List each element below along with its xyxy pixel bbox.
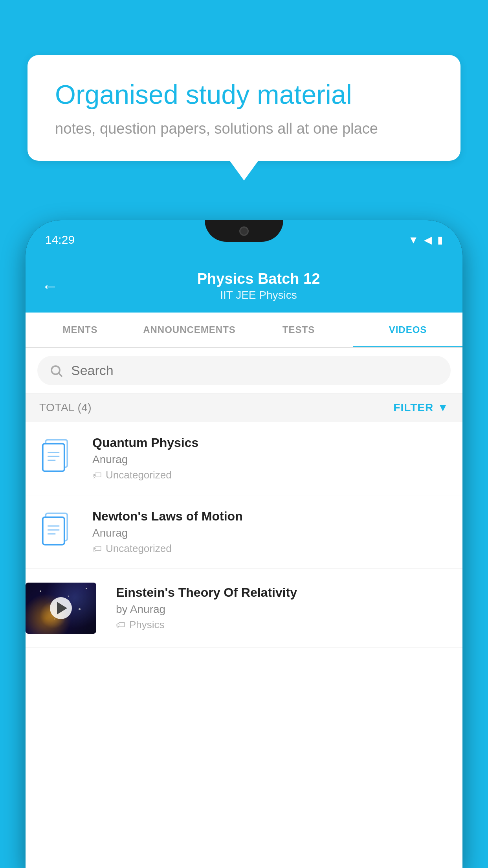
- status-icons: ▼ ◀ ▮: [408, 234, 443, 246]
- phone-notch: [205, 220, 283, 242]
- item-author-0: Anurag: [92, 453, 451, 466]
- play-button[interactable]: [50, 597, 72, 619]
- status-time: 14:29: [45, 233, 75, 246]
- total-bar: TOTAL (4) FILTER ▼: [26, 394, 462, 422]
- search-input[interactable]: [71, 363, 439, 378]
- batch-subtitle: IIT JEE Physics: [70, 289, 447, 302]
- back-button[interactable]: ←: [41, 276, 59, 296]
- svg-line-1: [59, 373, 62, 376]
- play-button-overlay[interactable]: [26, 583, 96, 634]
- item-author-2: by Anurag: [116, 603, 451, 616]
- list-item[interactable]: Einstein's Theory Of Relativity by Anura…: [26, 569, 462, 648]
- video-list: Quantum Physics Anurag 🏷 Uncategorized: [26, 422, 462, 648]
- tab-announcements[interactable]: ANNOUNCEMENTS: [135, 313, 244, 347]
- item-author-1: Anurag: [92, 527, 451, 539]
- item-title-1: Newton's Laws of Motion: [92, 509, 451, 524]
- tag-icon-0: 🏷: [92, 470, 102, 481]
- phone-frame: 14:29 ▼ ◀ ▮ ← Physics Batch 12 IIT JEE P…: [26, 220, 462, 868]
- tabs-bar: MENTS ANNOUNCEMENTS TESTS VIDEOS: [26, 313, 462, 348]
- document-icon: [41, 439, 77, 478]
- total-count: TOTAL (4): [39, 401, 92, 414]
- filter-label: FILTER: [393, 401, 433, 414]
- tag-icon-1: 🏷: [92, 543, 102, 554]
- speech-bubble: Organised study material notes, question…: [28, 55, 460, 161]
- batch-title: Physics Batch 12: [70, 270, 447, 287]
- item-tag-2: 🏷 Physics: [116, 619, 451, 631]
- tag-label-0: Uncategorized: [106, 469, 172, 481]
- bubble-title: Organised study material: [55, 79, 433, 111]
- bubble-subtitle: notes, question papers, solutions all at…: [55, 120, 433, 137]
- item-tag-1: 🏷 Uncategorized: [92, 542, 451, 555]
- tab-tests[interactable]: TESTS: [244, 313, 353, 347]
- list-item[interactable]: Newton's Laws of Motion Anurag 🏷 Uncateg…: [26, 495, 462, 569]
- tag-label-2: Physics: [129, 619, 165, 631]
- search-container: [26, 348, 462, 394]
- svg-rect-8: [43, 517, 64, 545]
- status-bar: 14:29 ▼ ◀ ▮: [26, 220, 462, 259]
- item-info-2: Einstein's Theory Of Relativity by Anura…: [116, 585, 451, 631]
- battery-icon: ▮: [437, 234, 443, 246]
- filter-button[interactable]: FILTER ▼: [393, 401, 449, 414]
- document-icon: [41, 512, 77, 552]
- list-item[interactable]: Quantum Physics Anurag 🏷 Uncategorized: [26, 422, 462, 495]
- filter-icon: ▼: [437, 401, 449, 414]
- tag-label-1: Uncategorized: [106, 542, 172, 555]
- phone-camera: [239, 226, 249, 236]
- item-thumbnail-2: [26, 583, 96, 634]
- wifi-icon: ▼: [408, 234, 418, 246]
- header-title-group: Physics Batch 12 IIT JEE Physics: [70, 270, 447, 302]
- svg-rect-3: [43, 444, 64, 471]
- search-icon: [49, 364, 63, 378]
- item-info-0: Quantum Physics Anurag 🏷 Uncategorized: [92, 436, 451, 481]
- tab-ments[interactable]: MENTS: [26, 313, 135, 347]
- app-header: ← Physics Batch 12 IIT JEE Physics: [26, 259, 462, 313]
- play-triangle-icon: [57, 602, 67, 614]
- item-tag-0: 🏷 Uncategorized: [92, 469, 451, 481]
- tab-videos[interactable]: VIDEOS: [353, 313, 462, 347]
- item-thumbnail-1: [37, 510, 81, 554]
- signal-icon: ◀: [424, 234, 432, 246]
- item-title-0: Quantum Physics: [92, 436, 451, 450]
- phone-screen: ← Physics Batch 12 IIT JEE Physics MENTS…: [26, 259, 462, 868]
- svg-point-0: [51, 366, 60, 374]
- search-wrapper: [37, 356, 451, 385]
- item-thumbnail-0: [37, 437, 81, 480]
- item-info-1: Newton's Laws of Motion Anurag 🏷 Uncateg…: [92, 509, 451, 555]
- tag-icon-2: 🏷: [116, 620, 125, 631]
- speech-bubble-container: Organised study material notes, question…: [28, 55, 460, 161]
- item-title-2: Einstein's Theory Of Relativity: [116, 585, 451, 600]
